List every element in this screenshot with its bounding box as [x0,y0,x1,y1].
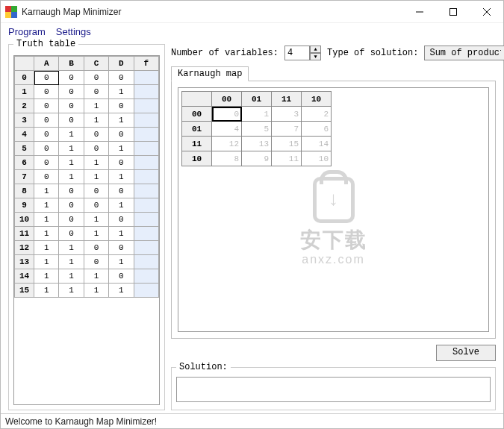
tt-cell[interactable]: 0 [59,213,84,227]
tt-f-cell[interactable] [134,241,158,255]
tt-cell[interactable]: 1 [84,284,108,298]
tt-cell[interactable]: 0 [109,269,134,284]
tt-cell[interactable]: 0 [34,128,59,142]
tt-cell[interactable]: 1 [84,227,108,241]
tt-cell[interactable]: 1 [34,227,59,241]
tt-f-cell[interactable] [134,227,158,241]
table-row[interactable]: 40100 [15,128,159,142]
maximize-button[interactable] [436,1,470,22]
tt-cell[interactable]: 1 [84,113,108,128]
tt-cell[interactable]: 0 [84,142,108,156]
tt-f-cell[interactable] [134,269,158,284]
tt-f-cell[interactable] [134,99,158,113]
tt-f-cell[interactable] [134,71,158,85]
km-cell[interactable]: 4 [212,122,242,137]
table-row[interactable]: 111011 [15,227,159,241]
tt-cell[interactable]: 0 [84,255,108,269]
tt-cell[interactable]: 1 [109,113,134,128]
minimize-button[interactable] [402,1,436,22]
table-row[interactable]: 60110 [15,156,159,170]
tt-cell[interactable]: 1 [59,170,84,184]
table-row[interactable]: 70111 [15,170,159,184]
truth-table-scroll[interactable]: ABCDf00000100012001030011401005010160110… [13,55,160,405]
tt-cell[interactable]: 0 [84,128,108,142]
tt-cell[interactable]: 1 [34,184,59,198]
table-row[interactable]: 121100 [15,241,159,255]
km-cell[interactable]: 15 [272,137,302,151]
tt-cell[interactable]: 0 [109,71,134,85]
tt-cell[interactable]: 0 [109,213,134,227]
tt-cell[interactable]: 1 [34,269,59,284]
km-cell[interactable]: 0 [212,107,242,122]
km-cell[interactable]: 7 [272,122,302,137]
tt-cell[interactable]: 0 [59,227,84,241]
tt-cell[interactable]: 1 [84,170,108,184]
table-row[interactable]: 81000 [15,184,159,198]
tt-cell[interactable]: 0 [84,85,108,99]
tt-cell[interactable]: 0 [34,142,59,156]
tt-cell[interactable]: 0 [34,113,59,128]
solution-type-select[interactable]: Sum of products [424,46,504,60]
table-row[interactable]: 91001 [15,198,159,213]
tt-cell[interactable]: 1 [59,128,84,142]
tt-cell[interactable]: 1 [84,156,108,170]
tt-cell[interactable]: 0 [109,241,134,255]
tt-cell[interactable]: 1 [109,255,134,269]
tt-cell[interactable]: 1 [59,284,84,298]
tt-cell[interactable]: 1 [59,142,84,156]
km-cell[interactable]: 14 [302,137,332,151]
tt-cell[interactable]: 1 [34,241,59,255]
tt-f-cell[interactable] [134,198,158,213]
tt-cell[interactable]: 0 [84,241,108,255]
tt-cell[interactable]: 1 [59,269,84,284]
tt-cell[interactable]: 0 [59,184,84,198]
table-row[interactable]: 101010 [15,213,159,227]
km-cell[interactable]: 5 [242,122,272,137]
truth-table[interactable]: ABCDf00000100012001030011401005010160110… [14,56,159,298]
tt-f-cell[interactable] [134,184,158,198]
tt-cell[interactable]: 0 [34,85,59,99]
tt-f-cell[interactable] [134,156,158,170]
tt-cell[interactable]: 0 [34,71,59,85]
table-row[interactable]: 151111 [15,284,159,298]
tt-cell[interactable]: 0 [109,184,134,198]
km-cell[interactable]: 3 [272,107,302,122]
tab-karnaugh-map[interactable]: Karnaugh map [171,66,249,81]
tt-cell[interactable]: 1 [84,99,108,113]
tt-cell[interactable]: 1 [109,227,134,241]
tt-f-cell[interactable] [134,284,158,298]
tt-cell[interactable]: 0 [109,156,134,170]
tt-cell[interactable]: 0 [109,128,134,142]
tt-cell[interactable]: 1 [109,198,134,213]
tt-cell[interactable]: 1 [34,198,59,213]
km-cell[interactable]: 12 [212,137,242,151]
solve-button[interactable]: Solve [436,345,496,361]
km-cell[interactable]: 9 [242,151,272,166]
tt-cell[interactable]: 1 [59,255,84,269]
tt-cell[interactable]: 0 [84,184,108,198]
tt-cell[interactable]: 0 [34,156,59,170]
km-cell[interactable]: 6 [302,122,332,137]
tt-cell[interactable]: 0 [84,198,108,213]
km-cell[interactable]: 2 [302,107,332,122]
close-button[interactable] [470,1,503,22]
tt-cell[interactable]: 1 [109,170,134,184]
tt-cell[interactable]: 0 [59,85,84,99]
table-row[interactable]: 00000 [15,71,159,85]
tt-cell[interactable]: 1 [59,241,84,255]
tt-cell[interactable]: 1 [109,284,134,298]
table-row[interactable]: 131101 [15,255,159,269]
tt-cell[interactable]: 1 [59,156,84,170]
tt-cell[interactable]: 1 [34,255,59,269]
km-cell[interactable]: 10 [302,151,332,166]
tt-f-cell[interactable] [134,128,158,142]
tt-cell[interactable]: 1 [34,213,59,227]
tt-cell[interactable]: 0 [59,71,84,85]
tt-f-cell[interactable] [134,113,158,128]
tt-f-cell[interactable] [134,213,158,227]
tt-f-cell[interactable] [134,85,158,99]
tt-f-cell[interactable] [134,142,158,156]
num-vars-up[interactable]: ▲ [310,46,321,53]
tt-cell[interactable]: 1 [109,142,134,156]
menu-program[interactable]: Program [8,26,46,37]
